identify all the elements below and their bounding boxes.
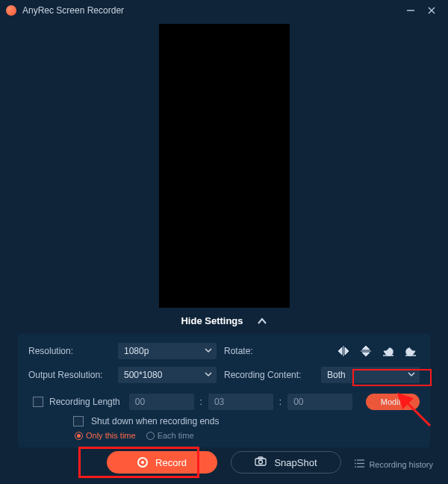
- shutdown-only-this-time[interactable]: Only this time: [75, 431, 136, 440]
- chevron-down-icon: [408, 370, 415, 380]
- window-title: AnyRec Screen Recorder: [22, 5, 400, 16]
- settings-toggle-label: Hide Settings: [181, 315, 243, 326]
- recording-length-minutes[interactable]: 03: [208, 394, 273, 410]
- recording-content-label: Recording Content:: [224, 370, 314, 380]
- minimize-button[interactable]: [400, 3, 421, 18]
- svg-marker-6: [362, 346, 370, 350]
- preview-area: [0, 21, 448, 312]
- camera-icon: [255, 456, 267, 468]
- close-button[interactable]: [421, 3, 442, 18]
- rotate-right-icon[interactable]: [405, 345, 417, 357]
- recording-history-label: Recording history: [369, 460, 433, 469]
- flip-vertical-icon[interactable]: [360, 345, 372, 357]
- app-logo-icon: [6, 5, 16, 16]
- output-resolution-select[interactable]: 500*1080: [118, 367, 217, 383]
- settings-toggle[interactable]: Hide Settings: [0, 312, 448, 334]
- resolution-label: Resolution:: [28, 346, 111, 356]
- shutdown-row: Shut down when recording ends: [73, 416, 420, 426]
- recording-length-hours[interactable]: 00: [129, 394, 194, 410]
- svg-marker-7: [362, 353, 370, 356]
- radio-icon: [75, 432, 83, 440]
- output-resolution-label: Output Resolution:: [28, 370, 111, 380]
- record-icon: [137, 457, 148, 468]
- svg-point-14: [259, 460, 263, 464]
- phone-preview: [159, 24, 290, 308]
- chevron-down-icon: [205, 346, 212, 356]
- modify-button[interactable]: Modify: [366, 394, 420, 410]
- resolution-select[interactable]: 1080p: [118, 343, 217, 359]
- svg-marker-4: [345, 347, 349, 355]
- chevron-down-icon: [205, 370, 212, 380]
- svg-marker-3: [338, 347, 342, 355]
- recording-length-label: Recording Length: [49, 397, 120, 407]
- svg-rect-13: [255, 459, 266, 465]
- recording-length-seconds[interactable]: 00: [287, 394, 352, 410]
- recording-length-row: Recording Length 00 : 03 : 00 Modify: [28, 394, 420, 410]
- chevron-up-icon: [257, 316, 267, 326]
- recording-content-select[interactable]: Both: [321, 367, 420, 383]
- rotate-left-icon[interactable]: [382, 345, 394, 357]
- rotate-controls: [321, 345, 420, 357]
- shutdown-each-time[interactable]: Each time: [146, 431, 194, 440]
- settings-panel: Resolution: 1080p Rotate: Output Resolut…: [18, 334, 430, 447]
- shutdown-label: Shut down when recording ends: [91, 416, 219, 426]
- svg-rect-15: [258, 457, 263, 459]
- snapshot-button[interactable]: SnapShot: [231, 451, 341, 474]
- resolution-value: 1080p: [124, 346, 149, 356]
- record-label: Record: [155, 457, 187, 468]
- title-bar: AnyRec Screen Recorder: [0, 0, 448, 21]
- list-icon: [355, 459, 364, 469]
- shutdown-checkbox[interactable]: [73, 416, 84, 426]
- time-sep: :: [200, 397, 202, 407]
- rotate-label: Rotate:: [224, 346, 314, 356]
- output-resolution-value: 500*1080: [124, 370, 162, 380]
- flip-horizontal-icon[interactable]: [337, 345, 349, 357]
- record-button[interactable]: Record: [107, 451, 217, 474]
- recording-history-link[interactable]: Recording history: [355, 459, 433, 469]
- radio-icon: [146, 432, 155, 440]
- recording-content-value: Both: [327, 370, 346, 380]
- recording-length-checkbox[interactable]: [33, 397, 43, 407]
- shutdown-radio-group: Only this time Each time: [75, 431, 420, 440]
- snapshot-label: SnapShot: [274, 457, 317, 468]
- time-sep: :: [279, 397, 281, 407]
